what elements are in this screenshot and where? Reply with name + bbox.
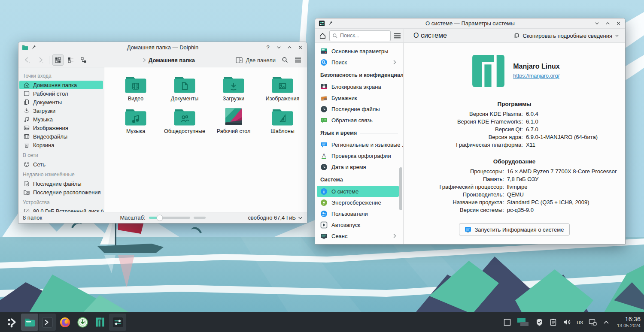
pin-icon[interactable] (31, 45, 36, 50)
nav-session[interactable]: Сеанс (317, 230, 399, 241)
network-icon[interactable] (589, 318, 597, 326)
back-button[interactable] (22, 54, 33, 66)
pager-widget[interactable] (517, 318, 530, 326)
place-pictures[interactable]: Изображения (19, 124, 103, 132)
nav-quick-settings[interactable]: Основные параметры (317, 45, 399, 57)
folder-icon-documents (173, 73, 197, 94)
search-field[interactable] (329, 30, 391, 41)
nav-section-label: Безопасность и конфиденциаль... (320, 72, 404, 78)
place-documents[interactable]: Документы (19, 98, 103, 106)
details-view-button[interactable] (65, 54, 76, 66)
task-manjaro[interactable] (91, 314, 109, 331)
nav-feedback[interactable]: Обратная связь (317, 115, 399, 126)
folder-music[interactable]: Музыка (111, 106, 160, 134)
info-value: 6.0.4 (526, 111, 598, 117)
task-firefox[interactable] (56, 314, 73, 331)
nav-about-system[interactable]: О системе (317, 186, 399, 197)
nav-label: Блокировка экрана (331, 84, 381, 90)
clock-time: 16:36 (617, 316, 641, 323)
clock-date: 13.05.2024 (617, 323, 641, 329)
nav-label: Энергосбережение (331, 199, 381, 206)
nav-spellcheck[interactable]: A Проверка орфографии (317, 150, 399, 161)
tray-expander-icon[interactable] (602, 318, 611, 326)
folder-view[interactable]: Видео Документы Загрузки Изображения (104, 67, 307, 212)
icons-view-button[interactable] (52, 54, 64, 66)
nav-label: Обратная связь (331, 117, 373, 124)
place-network[interactable]: Сеть (19, 160, 103, 169)
dolphin-titlebar[interactable]: Домашняя папка — Dolphin ? (18, 42, 307, 53)
folder-public[interactable]: Общедоступные (160, 106, 209, 134)
hamburger-menu-button[interactable] (394, 33, 401, 39)
system-tray: us 16:36 13.05.2024 (503, 316, 641, 328)
app-launcher-button[interactable] (3, 314, 21, 331)
chevron-down-icon[interactable] (298, 216, 303, 220)
volume-icon[interactable] (563, 318, 571, 326)
show-desktop-icon[interactable] (503, 318, 511, 326)
task-konsole[interactable] (39, 314, 56, 331)
folder-pictures[interactable]: Изображения (258, 73, 307, 102)
minimize-button[interactable] (593, 20, 600, 27)
nav-scrollbar[interactable] (399, 167, 402, 210)
maximize-button[interactable] (604, 20, 611, 27)
hamburger-menu-button[interactable] (292, 54, 304, 66)
breadcrumb[interactable]: Домашняя папка (143, 57, 195, 63)
places-section-title: Точки входа (18, 70, 104, 81)
settings-titlebar[interactable]: О системе — Параметры системы (315, 18, 625, 29)
place-music[interactable]: Музыка (19, 115, 103, 124)
forward-button[interactable] (35, 54, 46, 66)
minimize-button[interactable] (275, 44, 282, 51)
maximize-button[interactable] (286, 44, 293, 51)
tree-view-button[interactable] (78, 54, 89, 66)
svg-text:A: A (322, 152, 325, 158)
task-pamac[interactable] (74, 314, 91, 331)
split-view-label: Две панели (246, 57, 276, 63)
place-desktop[interactable]: Рабочий стол (19, 89, 103, 98)
split-view-button[interactable]: Две панели (234, 54, 278, 66)
place-recent-files[interactable]: Последние файлы (19, 179, 103, 188)
clipboard-icon[interactable] (549, 318, 557, 326)
zoom-slider-handle[interactable] (156, 214, 163, 221)
nav-screen-locking[interactable]: Блокировка экрана (317, 81, 399, 92)
security-shield-icon[interactable] (535, 318, 544, 326)
nav-power[interactable]: Энергосбережение (317, 197, 399, 208)
info-value: 16 × AMD Ryzen 7 7700X 8-Core Processor (507, 168, 617, 175)
close-button[interactable] (615, 20, 622, 27)
launch-sysinfo-button[interactable]: Запустить Информация о системе (459, 223, 569, 235)
place-downloads[interactable]: Загрузки (19, 106, 103, 115)
nav-users[interactable]: Пользователи (317, 208, 399, 219)
zoom-slider[interactable] (149, 217, 190, 219)
folder-documents[interactable]: Документы (160, 73, 209, 102)
keyboard-layout-indicator[interactable]: us (577, 319, 583, 326)
folder-downloads[interactable]: Загрузки (209, 73, 258, 102)
task-systemsettings[interactable] (109, 314, 126, 331)
search-input[interactable] (340, 33, 379, 39)
close-button[interactable] (297, 44, 304, 51)
folder-video[interactable]: Видео (111, 73, 160, 102)
distro-url-link[interactable]: https://manjaro.org/ (513, 73, 559, 79)
breadcrumb-current[interactable]: Домашняя папка (149, 57, 195, 63)
pin-icon[interactable] (328, 21, 333, 26)
nav-regional[interactable]: Региональные и языковые ... (317, 139, 399, 150)
help-button[interactable]: ? (264, 44, 271, 51)
place-recent-locations[interactable]: Последние расположения (19, 188, 103, 196)
nav-search[interactable]: Поиск (317, 57, 399, 68)
folder-templates[interactable]: Шаблоны (258, 106, 307, 134)
nav-wallet[interactable]: Бумажник (317, 92, 399, 103)
nav-recent-files[interactable]: Последние файлы (317, 103, 399, 115)
nav-datetime[interactable]: Дата и время (317, 161, 399, 172)
place-trash[interactable]: Корзина (19, 141, 103, 149)
task-dolphin[interactable] (21, 314, 38, 331)
clock-widget[interactable]: 16:36 13.05.2024 (617, 316, 641, 328)
place-home[interactable]: Домашняя папка (19, 81, 103, 89)
place-disk[interactable]: 80,0 ГиБ Встроенный диск (vda1) (19, 207, 103, 212)
toolbar-separator (49, 56, 49, 64)
info-value: QEMU (507, 191, 617, 198)
folder-desktop[interactable]: Рабочий стол (209, 106, 258, 134)
home-button[interactable] (319, 32, 326, 39)
search-button[interactable] (279, 54, 291, 66)
nav-label: Бумажник (331, 95, 357, 101)
folder-icon-music (124, 106, 148, 127)
nav-autostart[interactable]: Автозапуск (317, 219, 399, 230)
place-videos[interactable]: Видеофайлы (19, 132, 103, 141)
copy-details-button[interactable]: Скопировать подробные сведения (512, 30, 621, 41)
